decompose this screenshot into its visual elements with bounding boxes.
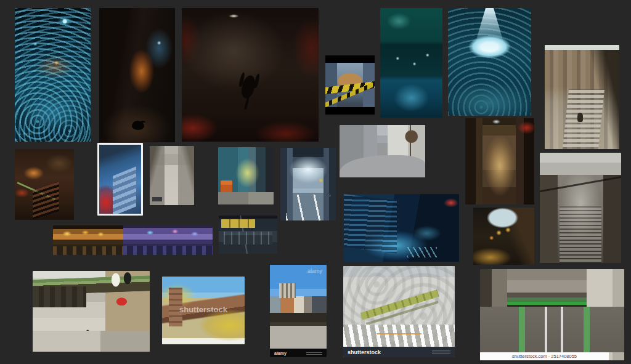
sketchbr-credit-bar: shutterstock <box>343 347 455 357</box>
dome-image[interactable] <box>448 8 531 116</box>
board-canvas[interactable]: APFRshutterstockalamyalamyshutterstocksh… <box>0 0 631 364</box>
graffiti-image[interactable] <box>97 143 143 216</box>
alamy-watermark: alamy <box>307 268 322 274</box>
warmint-image[interactable] <box>473 208 534 265</box>
trainst-image[interactable]: shutterstock.com · 2517408055 <box>480 269 624 360</box>
warmst-image[interactable] <box>53 225 123 255</box>
underbr-image[interactable] <box>219 216 277 254</box>
canyon-image[interactable] <box>465 118 534 204</box>
sketchalley-image[interactable] <box>150 146 194 205</box>
sewer-image[interactable]: APFR <box>15 8 91 142</box>
alamy-credit-bar: alamy <box>270 349 327 357</box>
gate-image[interactable] <box>280 148 336 220</box>
indstairs-image[interactable] <box>15 149 74 220</box>
corner-image[interactable] <box>340 125 425 177</box>
montage-image[interactable] <box>380 8 442 118</box>
leap-image[interactable] <box>182 8 319 142</box>
rustybr-watermark: shutterstock <box>162 305 245 314</box>
trainst-credit-bar: shutterstock.com · 2517408055 <box>480 352 609 360</box>
animealley-image[interactable] <box>218 147 274 204</box>
sewer-watermark: APFR <box>19 132 33 136</box>
purplest-image[interactable] <box>123 225 213 255</box>
rustybr-image[interactable]: shutterstock <box>162 277 245 344</box>
hk2-image[interactable] <box>540 153 621 263</box>
sketchbr-credit-text: shutterstock <box>348 349 381 355</box>
alamy-image[interactable]: alamyalamy <box>270 265 327 357</box>
tape-image[interactable] <box>325 55 375 115</box>
alleycat-image[interactable] <box>99 8 175 142</box>
trainst-credit-text: shutterstock.com · 2517408055 <box>512 354 577 359</box>
bluealley-image[interactable] <box>344 194 459 262</box>
sketchbr-image[interactable]: shutterstock <box>343 266 455 357</box>
hk1-image[interactable] <box>545 45 619 149</box>
alamy-credit-text: alamy <box>274 351 287 355</box>
greenbr-image[interactable] <box>33 271 150 352</box>
